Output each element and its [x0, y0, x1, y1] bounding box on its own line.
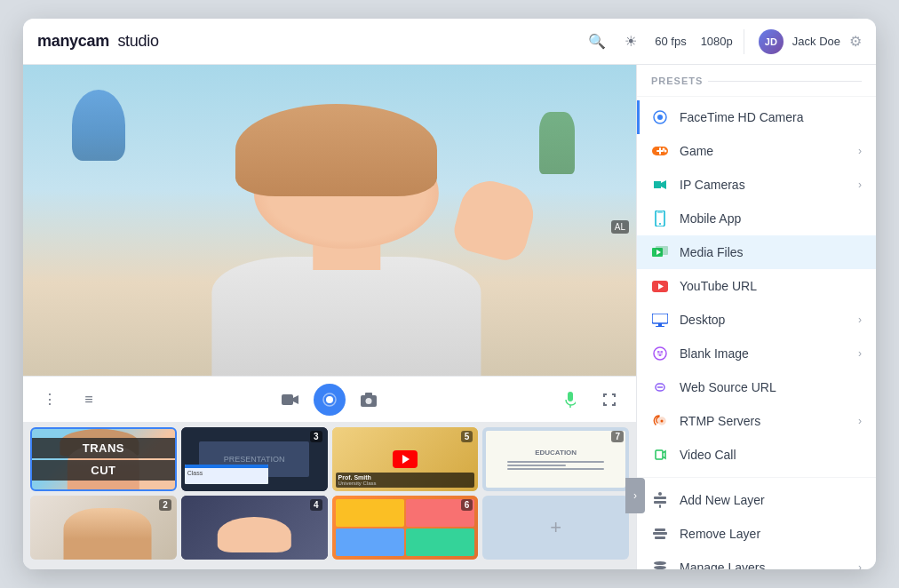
svg-rect-0 [282, 394, 293, 405]
fullscreen-button[interactable] [593, 384, 625, 416]
game-label: Game [680, 144, 847, 158]
svg-point-43 [654, 566, 666, 569]
controls-bar: ⋮ ≡ [23, 376, 636, 422]
svg-point-4 [366, 398, 372, 404]
video-camera-button[interactable] [274, 384, 306, 416]
web-source-url-icon [651, 378, 669, 396]
thumb-7-number: 6 [461, 499, 473, 511]
video-al-badge: AL [611, 220, 629, 234]
svg-rect-38 [659, 505, 661, 508]
svg-rect-25 [652, 314, 668, 323]
svg-rect-36 [654, 501, 666, 504]
header: manycam studio 🔍 ☀ 60 fps 1080p JD Jack … [23, 19, 876, 65]
thumb-6-number: 4 [310, 499, 322, 511]
menu-item-youtube-url[interactable]: YouTube URL [637, 269, 876, 303]
presets-header: PRESETS [637, 65, 876, 97]
thumbnails-next-arrow[interactable]: › [625, 478, 645, 513]
avatar: JD [759, 29, 784, 54]
menu-divider [637, 477, 876, 478]
camera-snapshot-button[interactable] [353, 384, 385, 416]
microphone-button[interactable] [554, 384, 586, 416]
thumbnail-1[interactable]: TRANS CUT [30, 427, 177, 491]
menu-item-desktop[interactable]: Desktop › [637, 303, 876, 337]
facetime-label: FaceTime HD Camera [680, 110, 862, 124]
media-files-icon [651, 243, 669, 261]
trans-label: TRANS [32, 438, 175, 458]
thumb-5-number: 2 [159, 499, 171, 511]
menu-item-add-layer[interactable]: Add New Layer [637, 483, 876, 517]
rtmp-servers-label: RTMP Servers [680, 414, 847, 428]
rtmp-arrow: › [858, 415, 862, 427]
header-icons: 🔍 ☀ 60 fps 1080p [587, 32, 733, 52]
svg-rect-26 [658, 323, 662, 326]
youtube-url-icon [651, 277, 669, 295]
presets-label: PRESETS [651, 75, 703, 86]
thumbnail-7[interactable]: 6 [332, 496, 479, 560]
thumb-2-number: 3 [310, 431, 322, 442]
thumbnail-6[interactable]: 4 [181, 496, 328, 560]
broadcast-button[interactable] [314, 384, 346, 416]
menu-item-facetime[interactable]: FaceTime HD Camera [637, 100, 876, 134]
logo-cam: cam [78, 32, 109, 50]
thumbnail-4[interactable]: EDUCATION 7 [482, 427, 629, 491]
thumb-4-number: 7 [611, 431, 624, 442]
thumbnails-row-2: 2 4 [30, 496, 629, 560]
game-arrow: › [858, 145, 862, 157]
svg-point-30 [657, 351, 659, 353]
remove-layer-icon [651, 525, 669, 543]
brightness-icon[interactable]: ☀ [621, 32, 640, 52]
video-call-icon [651, 446, 669, 464]
desktop-label: Desktop [680, 313, 847, 327]
menu-item-web-source-url[interactable]: Web Source URL [637, 370, 876, 404]
menu-dots-button[interactable]: ⋮ [34, 384, 66, 416]
youtube-url-label: YouTube URL [680, 279, 862, 293]
svg-point-37 [658, 492, 662, 496]
ip-cameras-icon [651, 176, 669, 194]
svg-marker-16 [661, 180, 666, 189]
list-view-button[interactable]: ≡ [73, 384, 105, 416]
menu-item-remove-layer[interactable]: Remove Layer [637, 517, 876, 551]
app-window: manycam studio 🔍 ☀ 60 fps 1080p JD Jack … [23, 19, 876, 569]
thumbnails-row-1: TRANS CUT PRESENTATION [30, 427, 629, 491]
add-thumbnail-plus[interactable]: + [550, 516, 561, 539]
menu-item-ip-cameras[interactable]: IP Cameras › [637, 168, 876, 202]
settings-icon[interactable]: ⚙ [849, 33, 862, 50]
add-layer-icon [651, 491, 669, 509]
svg-point-32 [659, 354, 661, 356]
svg-rect-39 [653, 532, 667, 535]
right-header: JD Jack Doe ⚙ [744, 29, 862, 54]
user-name: Jack Doe [792, 35, 840, 48]
whiteboard-thumb: EDUCATION [486, 431, 625, 488]
svg-rect-19 [657, 212, 663, 213]
svg-rect-6 [568, 392, 573, 401]
manage-layers-icon [651, 559, 669, 569]
remove-layer-label: Remove Layer [680, 527, 862, 541]
thumbnail-3[interactable]: Prof. Smith University Class 5 [332, 427, 479, 491]
zoom-icon[interactable]: 🔍 [587, 32, 607, 52]
thumbnails-section: TRANS CUT PRESENTATION [23, 422, 636, 569]
blank-image-icon [651, 345, 669, 362]
menu-item-media-files[interactable]: Media Files [637, 235, 876, 269]
svg-point-31 [661, 351, 663, 353]
blank-image-label: Blank Image [680, 346, 847, 361]
menu-item-manage-layers[interactable]: Manage Layers › [637, 551, 876, 569]
svg-point-18 [659, 223, 661, 225]
menu-item-mobile-app[interactable]: Mobile App [637, 202, 876, 235]
thumbnail-5[interactable]: 2 [30, 496, 177, 560]
manage-layers-arrow: › [858, 561, 862, 569]
thumbnail-8[interactable]: + [482, 496, 629, 560]
svg-rect-40 [655, 528, 665, 531]
thumbnail-2[interactable]: PRESENTATION Class 3 [181, 427, 328, 491]
add-layer-label: Add New Layer [680, 493, 862, 507]
menu-item-blank-image[interactable]: Blank Image › [637, 337, 876, 370]
source-menu: FaceTime HD Camera Game › [637, 97, 876, 569]
cut-label: CUT [32, 460, 175, 481]
media-files-label: Media Files [680, 245, 862, 259]
menu-item-game[interactable]: Game › [637, 134, 876, 168]
svg-rect-41 [655, 536, 665, 539]
thumb-3-number: 5 [461, 431, 473, 442]
menu-item-video-call[interactable]: Video Call [637, 438, 876, 472]
menu-item-rtmp-servers[interactable]: RTMP Servers › [637, 404, 876, 438]
video-panel: AL ⋮ ≡ [23, 65, 636, 569]
svg-point-1 [326, 396, 333, 403]
